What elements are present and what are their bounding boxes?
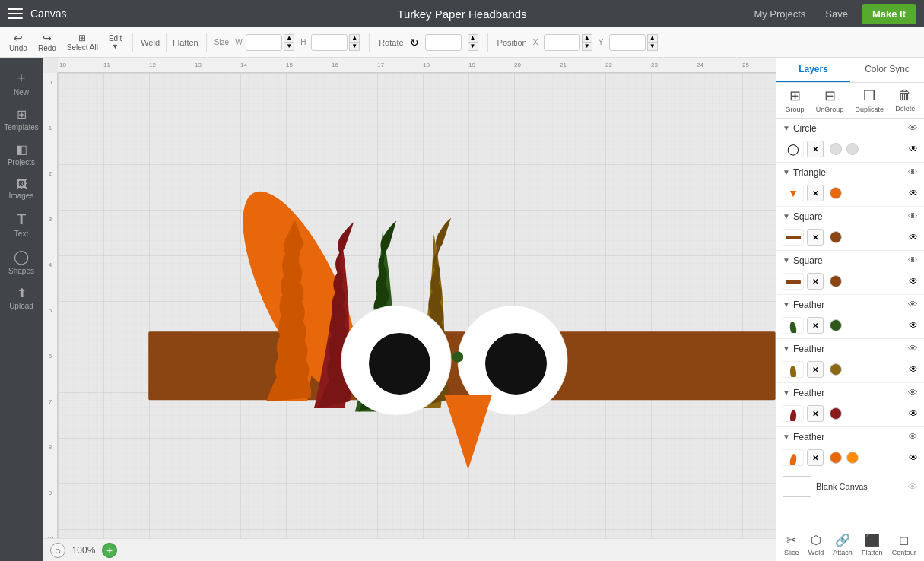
eye-icon-sq1-row[interactable]: 👁 [909, 232, 918, 242]
svg-point-38 [452, 351, 463, 362]
sidebar-item-templates[interactable]: ⊞ Templates [2, 103, 40, 136]
svg-text:24: 24 [697, 62, 703, 68]
weld-button[interactable]: ⬡ Weld [808, 533, 824, 556]
eye-icon-feather1[interactable]: 👁 [908, 299, 918, 310]
sidebar-item-images[interactable]: 🖼 Images [2, 173, 40, 204]
menu-icon[interactable] [8, 8, 23, 19]
sidebar-item-new[interactable]: ＋ New [2, 64, 40, 101]
layer-feather3-name: Feather [793, 388, 905, 398]
height-up[interactable]: ▲ [349, 34, 360, 43]
undo-button[interactable]: ↩ Undo [6, 30, 30, 54]
layer-feather1-header[interactable]: ▼ Feather 👁 [776, 295, 924, 314]
layer-feather3-thumb [783, 405, 804, 422]
ungroup-button[interactable]: ⊟ UnGroup [816, 87, 844, 113]
x-down[interactable]: ▼ [582, 43, 592, 51]
layer-f2-op-x[interactable]: ✕ [807, 361, 824, 378]
slice-button[interactable]: ✂ Slice [784, 533, 799, 556]
rotate-up[interactable]: ▲ [468, 34, 478, 43]
width-up[interactable]: ▲ [284, 34, 294, 43]
flatten-icon: ⬛ [865, 533, 880, 547]
sidebar-item-shapes[interactable]: ◯ Shapes [2, 244, 40, 280]
layer-square1-body: ✕ 👁 [776, 226, 924, 250]
height-input[interactable] [311, 34, 348, 51]
sidebar-item-projects[interactable]: ◧ Projects [2, 138, 40, 171]
rotate-input[interactable] [425, 34, 462, 51]
make-it-button[interactable]: Make It [862, 4, 916, 24]
rotate-down[interactable]: ▼ [468, 43, 478, 51]
delete-button[interactable]: 🗑 Delete [895, 87, 915, 113]
eye-icon-f4-row[interactable]: 👁 [909, 452, 918, 463]
collapse-arrow: ▼ [783, 124, 790, 132]
y-down[interactable]: ▼ [647, 43, 658, 51]
group-button[interactable]: ⊞ Group [786, 87, 805, 113]
collapse-arrow-sq2: ▼ [783, 256, 790, 265]
eye-icon-sq2-row[interactable]: 👁 [909, 276, 918, 287]
layer-square2: ▼ Square 👁 ✕ 👁 [776, 251, 924, 295]
width-input[interactable] [246, 34, 282, 51]
height-down[interactable]: ▼ [349, 43, 360, 51]
zoom-in-button[interactable]: + [102, 543, 117, 558]
layer-op-x[interactable]: ✕ [807, 141, 824, 157]
svg-text:20: 20 [514, 62, 521, 68]
width-down[interactable]: ▼ [284, 43, 294, 51]
y-up[interactable]: ▲ [647, 34, 658, 43]
edit-button[interactable]: Edit ▼ [106, 33, 125, 52]
layer-sq2-op-x[interactable]: ✕ [807, 273, 824, 290]
attach-button[interactable]: 🔗 Attach [833, 533, 853, 556]
canvas-area[interactable]: 10 11 12 13 14 15 16 17 18 19 20 21 22 2… [43, 58, 776, 561]
eye-icon-triangle[interactable]: 👁 [908, 166, 918, 178]
tab-color-sync[interactable]: Color Sync [850, 58, 924, 82]
weld-label: Weld [141, 38, 160, 47]
eye-icon-square2[interactable]: 👁 [908, 255, 918, 266]
layer-feather2-header[interactable]: ▼ Feather 👁 [776, 339, 924, 358]
slice-icon: ✂ [786, 533, 796, 547]
select-all-button[interactable]: ⊞ Select All [64, 31, 101, 53]
eye-icon-triangle-row[interactable]: 👁 [909, 188, 918, 198]
x-input[interactable] [544, 34, 580, 51]
layer-square1-header[interactable]: ▼ Square 👁 [776, 207, 924, 226]
layer-f1-op-x[interactable]: ✕ [807, 317, 824, 334]
eye-icon-feather2[interactable]: 👁 [908, 343, 918, 354]
layer-circle-header[interactable]: ▼ circle 👁 [776, 119, 924, 138]
right-panel: Layers Color Sync ⊞ Group ⊟ UnGroup ❐ Du… [776, 58, 924, 561]
eye-icon-f1-row[interactable]: 👁 [909, 320, 918, 331]
eye-icon-feather3[interactable]: 👁 [908, 387, 918, 398]
layer-circle: ▼ circle 👁 ◯ ✕ 👁 [776, 119, 924, 163]
my-projects-button[interactable]: My Projects [748, 5, 811, 23]
zoom-out-button[interactable]: ○ [50, 543, 65, 558]
sidebar-item-upload[interactable]: ⬆ Upload [2, 281, 40, 315]
svg-text:15: 15 [286, 62, 293, 68]
sidebar-item-text[interactable]: T Text [2, 206, 40, 242]
layer-feather4-thumb [783, 449, 804, 466]
eye-icon-f3-row[interactable]: 👁 [909, 408, 918, 419]
eye-icon-square1[interactable]: 👁 [908, 211, 918, 222]
layer-feather4-header[interactable]: ▼ Feather 👁 [776, 427, 924, 446]
save-button[interactable]: Save [819, 5, 854, 23]
eye-icon-circle[interactable]: 👁 [908, 122, 918, 134]
flatten-button[interactable]: ⬛ Flatten [862, 533, 883, 556]
contour-button[interactable]: ◻ Contour [892, 533, 916, 556]
duplicate-button[interactable]: ❐ Duplicate [856, 87, 884, 113]
zoom-bar: ○ 100% + [43, 538, 776, 561]
svg-text:6: 6 [49, 353, 52, 360]
eye-icon-f2-row[interactable]: 👁 [909, 364, 918, 375]
layer-f4-ops: ✕ [807, 449, 824, 466]
eye-icon-circle-row[interactable]: 👁 [909, 144, 918, 154]
redo-button[interactable]: ↪ Redo [35, 30, 59, 54]
x-up[interactable]: ▲ [582, 34, 592, 43]
layer-square2-header[interactable]: ▼ Square 👁 [776, 251, 924, 270]
layer-f3-op-x[interactable]: ✕ [807, 405, 824, 422]
eye-icon-feather4[interactable]: 👁 [908, 431, 918, 442]
layer-f4-op-x[interactable]: ✕ [807, 449, 824, 466]
tab-layers[interactable]: Layers [776, 58, 850, 82]
panel-tabs: Layers Color Sync [776, 58, 924, 83]
eye-icon-blank-canvas[interactable]: 👁 [908, 481, 918, 493]
layer-tri-op-x[interactable]: ✕ [807, 185, 824, 201]
layer-feather3-header[interactable]: ▼ Feather 👁 [776, 383, 924, 402]
y-input[interactable] [609, 34, 646, 51]
layer-sq1-op-x[interactable]: ✕ [807, 229, 824, 246]
layer-square2-name: Square [793, 255, 905, 266]
svg-point-42 [789, 453, 797, 465]
layer-triangle-header[interactable]: ▼ Triangle 👁 [776, 163, 924, 182]
canvas-content[interactable] [58, 73, 776, 538]
